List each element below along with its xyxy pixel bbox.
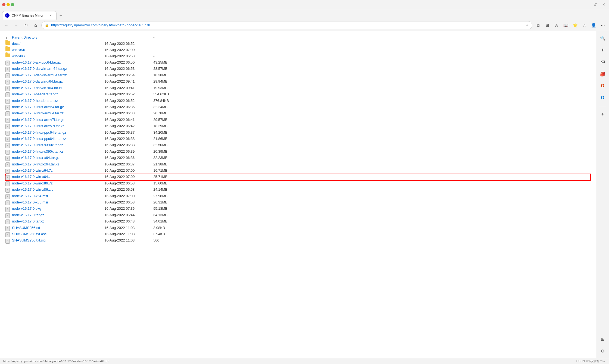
file-name-cell[interactable]: node-v16.17.0-linux-s390x.tar.gz	[12, 142, 104, 148]
outlook-sidebar-btn[interactable]: O	[598, 93, 608, 103]
file-link[interactable]: docs/	[12, 42, 20, 46]
tab-close-btn[interactable]: ✕	[48, 13, 53, 18]
file-link[interactable]: win-x86/	[12, 54, 25, 58]
file-name-cell[interactable]: node-v16.17.0-linux-arm64.tar.gz	[12, 104, 104, 110]
file-link[interactable]: node-v16.17.0-darwin-x64.tar.xz	[12, 86, 63, 90]
close-btn[interactable]: ✕	[601, 2, 607, 7]
file-name-cell[interactable]: node-v16.17.0-win-x64.zip	[12, 174, 104, 180]
read-aloud-btn[interactable]: A	[552, 21, 561, 29]
file-link[interactable]: node-v16.17.0-linux-arm64.tar.gz	[12, 105, 64, 109]
file-name-cell[interactable]: node-v16.17.0-linux-x64.tar.xz	[12, 162, 104, 167]
file-name-cell[interactable]: node-v16.17.0-headers.tar.xz	[12, 98, 104, 104]
file-link[interactable]: node-v16.17.0-win-x86.zip	[12, 187, 53, 192]
add-favorites-btn[interactable]: ⭐	[571, 21, 579, 29]
file-name-cell[interactable]: node-v16.17.0-x86.msi	[12, 200, 104, 205]
file-name-cell[interactable]: node-v16.17.0-linux-ppc64le.tar.xz	[12, 136, 104, 142]
parent-dir-link[interactable]: Parent Directory	[12, 35, 38, 39]
file-link[interactable]: node-v16.17.0-linux-arm64.tar.xz	[12, 111, 64, 115]
settings-sidebar-btn[interactable]: ⚙	[598, 346, 608, 356]
file-link[interactable]: node-v16.17.0-linux-s390x.tar.gz	[12, 143, 63, 147]
file-name-cell[interactable]: win-x64/	[12, 47, 104, 53]
file-link[interactable]: node-v16.17.0-darwin-arm64.tar.xz	[12, 73, 67, 77]
file-link[interactable]: win-x64/	[12, 48, 25, 52]
file-name-cell[interactable]: node-v16.17.0.pkg	[12, 206, 104, 212]
file-name-cell[interactable]: node-v16.17.0-headers.tar.gz	[12, 92, 104, 97]
expand-sidebar-btn[interactable]: ⊞	[598, 334, 608, 344]
window-close[interactable]	[2, 3, 5, 6]
file-link[interactable]: SHASUMS256.txt.sig	[12, 238, 46, 242]
file-name-cell[interactable]: node-v16.17.0-linux-armv7l.tar.gz	[12, 117, 104, 123]
copilot-sidebar-btn[interactable]: ✦	[598, 45, 608, 55]
nav-bar: ← → ↻ ⌂ 🔒 https://registry.npmmirror.com…	[0, 20, 609, 31]
file-link[interactable]: node-v16.17.0-darwin-x64.tar.gz	[12, 79, 63, 83]
window-maximize[interactable]	[11, 3, 14, 6]
file-name-cell[interactable]: node-v16.17.0-aix-ppc64.tar.gz	[12, 60, 104, 65]
parent-dir-row: ↑ Parent Directory -	[5, 34, 591, 41]
favorites-btn[interactable]: ☆	[580, 21, 588, 29]
new-tab-btn[interactable]: +	[57, 12, 65, 20]
add-sidebar-btn[interactable]: +	[598, 109, 608, 119]
file-link[interactable]: node-v16.17.0-win-x64.zip	[12, 175, 53, 179]
file-link[interactable]: node-v16.17.0-linux-armv7l.tar.xz	[12, 124, 64, 128]
file-name-cell[interactable]: node-v16.17.0-linux-arm64.tar.xz	[12, 111, 104, 116]
file-name-cell[interactable]: SHASUMS256.txt.sig	[12, 238, 104, 243]
profile-btn[interactable]: 👤	[589, 21, 598, 29]
file-name-cell[interactable]: node-v16.17.0.tar.xz	[12, 219, 104, 224]
parent-dir-name[interactable]: Parent Directory	[12, 35, 104, 40]
file-name-cell[interactable]: node-v16.17.0-darwin-x64.tar.gz	[12, 79, 104, 84]
search-sidebar-btn[interactable]: 🔍	[598, 33, 608, 43]
file-name-cell[interactable]: node-v16.17.0.tar.gz	[12, 212, 104, 218]
file-name-cell[interactable]: node-v16.17.0-win-x86.7z	[12, 181, 104, 186]
file-name-cell[interactable]: node-v16.17.0-x64.msi	[12, 193, 104, 199]
file-link[interactable]: node-v16.17.0-linux-ppc64le.tar.xz	[12, 137, 66, 141]
favorites-sidebar-btn[interactable]: 🏷	[598, 57, 608, 67]
file-name-cell[interactable]: node-v16.17.0-darwin-x64.tar.xz	[12, 85, 104, 91]
file-link[interactable]: node-v16.17.0.tar.xz	[12, 219, 44, 223]
file-name-cell[interactable]: node-v16.17.0-linux-ppc64le.tar.gz	[12, 130, 104, 136]
file-link[interactable]: node-v16.17.0-headers.tar.gz	[12, 92, 58, 96]
office-sidebar-btn[interactable]: O	[598, 81, 608, 91]
file-link[interactable]: node-v16.17.0-darwin-arm64.tar.gz	[12, 67, 67, 71]
file-name-cell[interactable]: node-v16.17.0-linux-s390x.tar.xz	[12, 149, 104, 155]
grid-view-btn[interactable]: ⊞	[543, 21, 551, 29]
file-name-cell[interactable]: SHASUMS256.txt	[12, 225, 104, 231]
file-name-cell[interactable]: node-v16.17.0-darwin-arm64.tar.gz	[12, 66, 104, 72]
active-tab[interactable]: C CNPM Binaries Mirror ✕	[2, 11, 57, 20]
file-link[interactable]: node-v16.17.0-linux-ppc64le.tar.gz	[12, 130, 66, 134]
file-name-cell[interactable]: node-v16.17.0-linux-armv7l.tar.xz	[12, 123, 104, 129]
file-link[interactable]: SHASUMS256.txt.asc	[12, 232, 46, 236]
file-name-cell[interactable]: SHASUMS256.txt.asc	[12, 231, 104, 237]
file-name-cell[interactable]: node-v16.17.0-win-x64.7z	[12, 168, 104, 174]
split-screen-btn[interactable]: ⧉	[534, 21, 542, 29]
back-btn[interactable]: ←	[2, 21, 10, 29]
file-link[interactable]: node-v16.17.0-x64.msi	[12, 194, 48, 198]
file-name-cell[interactable]: node-v16.17.0-win-x86.zip	[12, 187, 104, 193]
home-btn[interactable]: ⌂	[32, 21, 40, 29]
restore-btn[interactable]: 🗗	[592, 2, 599, 7]
content-area[interactable]: ↑ Parent Directory - docs/16-Aug-2022 06…	[0, 31, 596, 358]
file-link[interactable]: node-v16.17.0-linux-armv7l.tar.gz	[12, 118, 64, 122]
file-link[interactable]: node-v16.17.0-linux-x64.tar.gz	[12, 156, 60, 160]
file-link[interactable]: node-v16.17.0-win-x86.7z	[12, 181, 53, 185]
file-name-cell[interactable]: node-v16.17.0-darwin-arm64.tar.xz	[12, 73, 104, 78]
file-link[interactable]: node-v16.17.0-win-x64.7z	[12, 168, 53, 172]
file-link[interactable]: node-v16.17.0-linux-s390x.tar.xz	[12, 149, 63, 153]
forward-btn[interactable]: →	[12, 21, 20, 29]
file-link[interactable]: node-v16.17.0-linux-x64.tar.xz	[12, 162, 59, 166]
file-link[interactable]: SHASUMS256.txt	[12, 226, 40, 230]
file-name-cell[interactable]: node-v16.17.0-linux-x64.tar.gz	[12, 155, 104, 161]
file-link[interactable]: node-v16.17.0.pkg	[12, 206, 41, 211]
refresh-btn[interactable]: ↻	[22, 21, 30, 29]
collections-sidebar-btn[interactable]: 🎒	[598, 69, 608, 79]
file-link[interactable]: node-v16.17.0.tar.gz	[12, 213, 44, 217]
address-bar[interactable]: 🔒 https://registry.npmmirror.com/binary.…	[41, 21, 532, 29]
immersive-reader-btn[interactable]: 📖	[562, 21, 570, 29]
file-link[interactable]: node-v16.17.0-aix-ppc64.tar.gz	[12, 60, 61, 64]
star-icon[interactable]: ☆	[526, 23, 529, 27]
file-link[interactable]: node-v16.17.0-headers.tar.xz	[12, 99, 58, 103]
file-name-cell[interactable]: win-x86/	[12, 54, 104, 59]
more-btn[interactable]: ⋯	[599, 21, 607, 29]
file-name-cell[interactable]: docs/	[12, 41, 104, 47]
window-minimize[interactable]	[7, 3, 10, 6]
file-link[interactable]: node-v16.17.0-x86.msi	[12, 200, 48, 204]
